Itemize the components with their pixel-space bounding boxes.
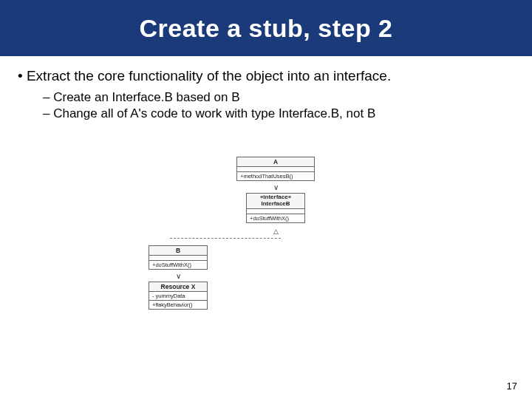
uml-b-title: B	[149, 246, 207, 256]
uml-b-method: +doStuffWithX()	[149, 261, 207, 269]
uml-x-row2: +flakyBehavior()	[149, 301, 207, 309]
slide-title: Create a stub, step 2	[139, 14, 392, 43]
content-area: Extract the core functionality of the ob…	[0, 56, 532, 121]
page-number: 17	[507, 381, 517, 392]
uml-iface-header: «interface» InterfaceB	[247, 194, 304, 209]
slide: Create a stub, step 2 Extract the core f…	[0, 0, 532, 399]
arrow-b-to-x: ∨	[174, 272, 183, 280]
uml-interface-b: «interface» InterfaceB +doStuffWithX()	[246, 193, 305, 223]
arrow-iface-gen: △	[271, 228, 280, 235]
uml-b-empty	[149, 256, 207, 261]
uml-diagram: A +methodThatUsesB() ∨ «interface» Inter…	[0, 157, 532, 364]
uml-iface-method: +doStuffWithX()	[247, 214, 304, 222]
uml-a-empty	[237, 167, 314, 172]
uml-class-a: A +methodThatUsesB()	[236, 157, 315, 181]
sub-bullet-1: Create an Interface.B based on B	[43, 90, 514, 105]
dashed-realization-line	[170, 238, 281, 239]
uml-class-b: B +doStuffWithX()	[149, 245, 208, 270]
uml-x-title: Resource X	[149, 282, 207, 292]
arrow-a-to-iface: ∨	[271, 183, 280, 191]
sub-bullet-list: Create an Interface.B based on B Change …	[18, 90, 514, 121]
sub-bullet-2: Change all of A's code to work with type…	[43, 106, 514, 121]
uml-iface-empty	[247, 209, 304, 214]
bullet-main: Extract the core functionality of the ob…	[18, 68, 514, 84]
uml-x-row1: - yummyData	[149, 292, 207, 301]
uml-a-title: A	[237, 157, 314, 167]
uml-iface-name: InterfaceB	[250, 201, 301, 208]
uml-a-method: +methodThatUsesB()	[237, 172, 314, 180]
title-band: Create a stub, step 2	[0, 0, 532, 56]
uml-resource-x: Resource X - yummyData +flakyBehavior()	[149, 282, 208, 310]
